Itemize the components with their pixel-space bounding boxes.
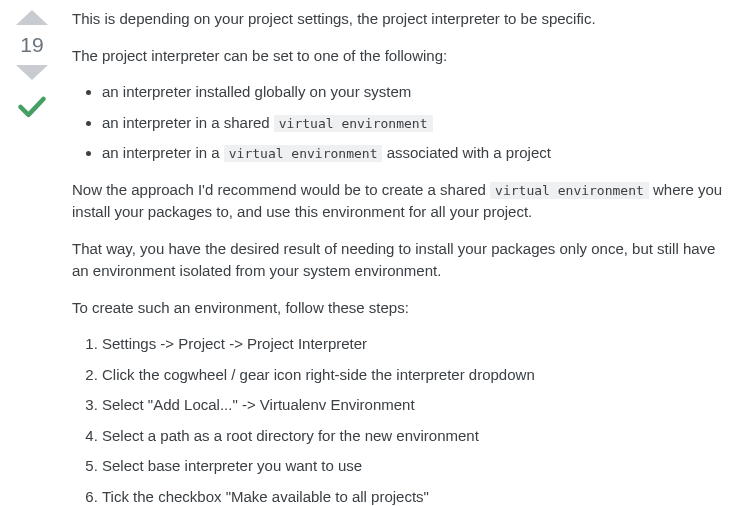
list-item: Settings -> Project -> Project Interpret…: [102, 333, 728, 356]
inline-code: virtual environment: [224, 145, 383, 162]
text: associated with a project: [382, 144, 550, 161]
paragraph: This is depending on your project settin…: [72, 8, 728, 31]
upvote-button[interactable]: [16, 10, 48, 25]
text: an interpreter in a shared: [102, 114, 274, 131]
interpreter-options-list: an interpreter installed globally on you…: [72, 81, 728, 165]
list-item: an interpreter in a shared virtual envir…: [102, 112, 728, 135]
list-item: an interpreter installed globally on you…: [102, 81, 728, 104]
list-item: Select base interpreter you want to use: [102, 455, 728, 478]
paragraph: To create such an environment, follow th…: [72, 297, 728, 320]
list-item: Select a path as a root directory for th…: [102, 425, 728, 448]
list-item: an interpreter in a virtual environment …: [102, 142, 728, 165]
list-item: Click the cogwheel / gear icon right-sid…: [102, 364, 728, 387]
vote-column: 19: [8, 8, 56, 506]
paragraph: The project interpreter can be set to on…: [72, 45, 728, 68]
answer-container: 19 This is depending on your project set…: [0, 0, 744, 506]
paragraph: Now the approach I'd recommend would be …: [72, 179, 728, 224]
list-item: Tick the checkbox "Make available to all…: [102, 486, 728, 507]
accepted-checkmark-icon[interactable]: [16, 90, 48, 125]
inline-code: virtual environment: [490, 182, 649, 199]
vote-count: 19: [20, 33, 43, 57]
steps-list: Settings -> Project -> Project Interpret…: [72, 333, 728, 506]
list-item: Select "Add Local..." -> Virtualenv Envi…: [102, 394, 728, 417]
text: Now the approach I'd recommend would be …: [72, 181, 490, 198]
text: an interpreter in a: [102, 144, 224, 161]
downvote-button[interactable]: [16, 65, 48, 80]
answer-body: This is depending on your project settin…: [56, 8, 728, 506]
paragraph: That way, you have the desired result of…: [72, 238, 728, 283]
inline-code: virtual environment: [274, 115, 433, 132]
